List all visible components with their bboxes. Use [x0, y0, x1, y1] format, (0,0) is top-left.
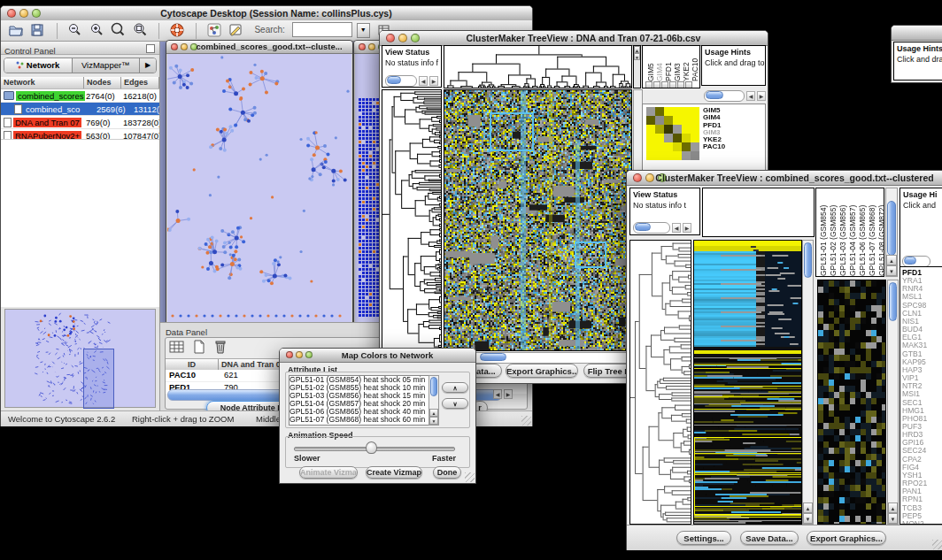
close-button[interactable]: [386, 34, 395, 42]
help-lifering-icon[interactable]: [169, 22, 187, 40]
attribute-item[interactable]: GPL51-07 (GSM868) heat shock 60 min: [290, 416, 429, 424]
move-down-button[interactable]: ∨: [442, 398, 468, 409]
network-window-1-titlebar[interactable]: combined_scores_good.txt--cluste...: [166, 41, 352, 54]
create-vizmap-button[interactable]: Create Vizmap: [366, 466, 422, 479]
matrix-cell[interactable]: [646, 151, 655, 160]
treeview2-resize-grip[interactable]: [932, 540, 942, 549]
treeview1-column-dendrogram[interactable]: [444, 45, 632, 88]
matrix-cell[interactable]: [673, 134, 682, 142]
view-status-scrollbar[interactable]: ◀▶: [633, 222, 691, 234]
matrix-cell[interactable]: [682, 134, 691, 142]
matrix-cell[interactable]: [691, 125, 699, 134]
treeview1-titlebar[interactable]: ClusterMaker TreeView : DNA and Tran 07-…: [380, 31, 768, 46]
treeview2-zoom-heatmap[interactable]: [817, 280, 886, 525]
matrix-cell[interactable]: [664, 116, 673, 125]
matrix-cell[interactable]: [673, 107, 682, 116]
treeview2-column-dendrogram[interactable]: [702, 188, 815, 237]
close-button[interactable]: [171, 43, 178, 50]
matrix-cell[interactable]: [646, 107, 655, 116]
zoom-out-icon[interactable]: [66, 22, 84, 40]
close-button[interactable]: [359, 43, 366, 50]
zoom-fit-icon[interactable]: [132, 22, 150, 40]
matrix-cell[interactable]: [655, 116, 664, 125]
matrix-cell[interactable]: [655, 151, 664, 160]
minimize-button[interactable]: [181, 43, 188, 50]
attribute-list-scrollbar[interactable]: ▲ ▼: [429, 375, 439, 426]
matrix-cell[interactable]: [673, 142, 682, 151]
birdseye-viewport-rect[interactable]: [83, 349, 114, 409]
matrix-cell[interactable]: [664, 107, 673, 116]
annotation-icon[interactable]: [228, 22, 245, 40]
new-attribute-icon[interactable]: [190, 340, 208, 357]
move-up-button[interactable]: ∧: [442, 382, 468, 393]
zoom-in-icon[interactable]: [89, 22, 106, 40]
heatmap-selection-rect[interactable]: [694, 437, 802, 515]
matrix-cell[interactable]: [664, 125, 673, 134]
birdseye-view[interactable]: [4, 309, 156, 408]
tab-overflow[interactable]: ▶: [140, 58, 156, 73]
matrix-cell[interactable]: [682, 107, 691, 116]
treeview2-row-dendrogram[interactable]: [629, 240, 691, 525]
matrix-cell[interactable]: [646, 142, 655, 151]
matrix-cell[interactable]: [673, 125, 682, 134]
matrix-cell[interactable]: [673, 116, 682, 125]
speed-slider-thumb[interactable]: [366, 441, 377, 454]
matrix-cell[interactable]: [691, 142, 699, 151]
network-list-row[interactable]: combined_sco2569(6)13112(15): [1, 103, 159, 116]
network-list-row[interactable]: DNA and Tran 07769(0)183728(0): [1, 116, 159, 129]
treeview2-titlebar[interactable]: ClusterMaker TreeView : combined_scores_…: [627, 171, 942, 186]
animate-vizmap-button[interactable]: Animate Vizmap: [299, 466, 358, 479]
matrix-cell[interactable]: [655, 134, 664, 142]
resize-grip[interactable]: [521, 416, 531, 426]
matrix-cell[interactable]: [646, 134, 655, 142]
treeview1-column-scrollbar[interactable]: ▲ ▼: [633, 45, 641, 88]
minimize-button[interactable]: [296, 351, 303, 358]
matrix-cell[interactable]: [682, 125, 691, 134]
network-table-header-cell[interactable]: Network: [1, 77, 84, 88]
zoom-selected-icon[interactable]: [110, 22, 127, 40]
treeview2-zoom-scrollbar[interactable]: ▲ ▼: [887, 280, 899, 525]
delete-attribute-icon[interactable]: [212, 340, 230, 357]
tab-vizmapper[interactable]: VizMapper™: [73, 58, 141, 73]
matrix-cell[interactable]: [664, 151, 673, 160]
attribute-select-icon[interactable]: [169, 340, 187, 357]
matrix-cell[interactable]: [682, 116, 691, 125]
treeview2-gene-labels[interactable]: PFD1YRA1RNR4MSL1SPC98CLN1NIS1BUD4ELG1MAK…: [900, 266, 942, 525]
data-panel-scroll-arrows[interactable]: ◀▶: [493, 389, 513, 399]
cytoscape-titlebar[interactable]: Cytoscape Desktop (Session Name: collins…: [1, 6, 532, 21]
float-panel-icon[interactable]: [146, 44, 155, 53]
close-button[interactable]: [633, 173, 642, 182]
save-data-button[interactable]: Save Data...: [740, 531, 799, 545]
matrix-cell[interactable]: [655, 107, 664, 116]
treeview1-zoom-toolbar[interactable]: [643, 81, 699, 88]
treeview1-heatmap[interactable]: [444, 89, 632, 351]
dialog-titlebar[interactable]: Map Colors to Network: [280, 349, 475, 363]
open-session-icon[interactable]: [8, 22, 26, 40]
treeview2-labels-scrollbar[interactable]: ▲ ▼: [885, 188, 898, 277]
save-session-icon[interactable]: [29, 22, 47, 40]
matrix-cell[interactable]: [682, 151, 691, 160]
matrix-cell[interactable]: [655, 125, 664, 134]
matrix-cell[interactable]: [691, 134, 699, 142]
minimize-button[interactable]: [368, 43, 375, 50]
settings-button[interactable]: Settings...: [676, 531, 731, 545]
search-dropdown-button[interactable]: ▼: [357, 23, 370, 38]
search-input[interactable]: [292, 22, 352, 37]
matrix-cell[interactable]: [691, 107, 699, 116]
tab-network[interactable]: Network: [4, 58, 73, 73]
partial-window-titlebar[interactable]: [892, 26, 942, 41]
network-table-header-cell[interactable]: Nodes: [84, 77, 121, 88]
data-table-header-cell[interactable]: ID: [166, 359, 219, 370]
treeview1-row-dendrogram[interactable]: [382, 89, 442, 351]
export-graphics-button[interactable]: Export Graphics...: [807, 531, 886, 545]
matrix-cell[interactable]: [673, 151, 682, 160]
attribute-list[interactable]: GPL51-01 (GSM854) heat shock 05 minGPL51…: [289, 375, 430, 426]
export-graphics-button[interactable]: Export Graphics...: [506, 364, 578, 378]
matrix-cell[interactable]: [691, 151, 699, 160]
dialog-resize-grip[interactable]: [465, 472, 475, 482]
network-list-row[interactable]: combined_scores2764(0)16218(0): [1, 89, 159, 103]
treeview2-heatmap[interactable]: [693, 240, 802, 525]
treeview2-vscrollbar[interactable]: ▲ ▼: [802, 240, 814, 525]
network-canvas-1[interactable]: [167, 54, 351, 328]
modify-network-icon[interactable]: [206, 22, 224, 40]
